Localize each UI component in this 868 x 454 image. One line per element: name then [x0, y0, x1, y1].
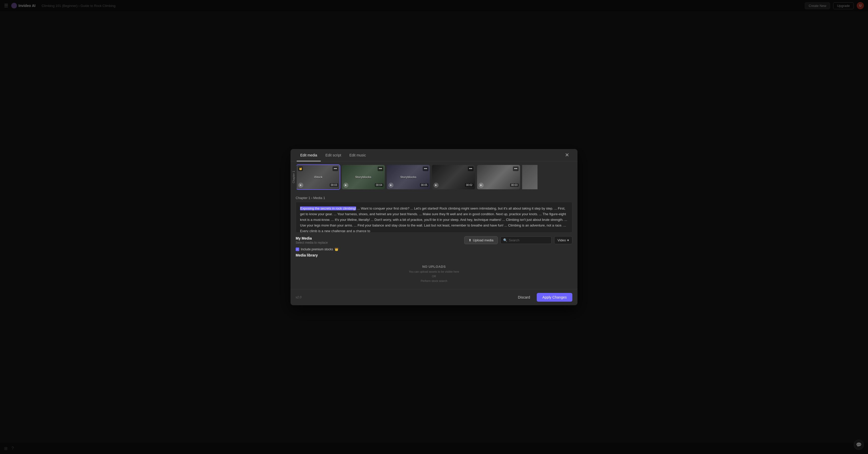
media-section-header: My Media Select media to replace ⬆ Uploa… [296, 236, 572, 245]
thumb-overlay-top-4: ••• [433, 167, 473, 171]
modal: Edit media Edit script Edit music ✕ Chap… [290, 149, 578, 305]
tab-edit-media[interactable]: Edit media [297, 149, 321, 161]
media-section: My Media Select media to replace ⬆ Uploa… [290, 233, 578, 246]
more-icon-5[interactable]: ••• [513, 167, 519, 171]
breadcrumb-text: Chapter 1 › Media 1 [296, 196, 325, 200]
thumbnail-partial [522, 165, 537, 189]
media-subtitle: Select media to replace [296, 241, 328, 245]
media-title: My Media [296, 236, 328, 240]
thumb-duration-3: 00:05 [420, 183, 428, 187]
no-uploads-area: NO UPLOADS You can upload assets to be v… [290, 258, 578, 289]
thumb-duration-5: 00:03 [510, 183, 519, 187]
modal-footer: v2.0 Discard Apply Changes [290, 289, 578, 305]
thumb-overlay-top-5: ••• [478, 167, 519, 171]
thumb-overlay-top-1: 👑 ••• [298, 167, 338, 171]
thumb-overlay-bottom-3: ▶ 00:05 [389, 182, 428, 188]
modal-tabs: Edit media Edit script Edit music ✕ [290, 149, 578, 161]
chevron-down-icon: ▾ [567, 238, 569, 242]
premium-row: ✓ Include premium stocks 👑 [290, 246, 578, 251]
thumbnail-5[interactable]: ••• ▶ 00:03 [477, 165, 520, 189]
thumb-overlay-top-3: ••• [389, 167, 428, 171]
play-icon-5[interactable]: ▶ [478, 182, 484, 188]
tab-edit-script[interactable]: Edit script [322, 149, 345, 161]
footer-actions: Discard Apply Changes [514, 293, 572, 302]
no-uploads-line3: Perform stock search [421, 279, 447, 282]
play-icon-2[interactable]: ▶ [343, 182, 348, 188]
library-title: Media library [296, 253, 572, 257]
version-label: v2.0 [296, 295, 302, 299]
no-uploads-line1: You can upload assets to be visible here [409, 270, 459, 273]
media-controls: ⬆ Upload media 🔍 Video ▾ [464, 236, 572, 244]
video-type-button[interactable]: Video ▾ [554, 236, 572, 244]
script-highlight: Exposing the secrets in rock climbing! [300, 206, 356, 210]
close-icon[interactable]: ✕ [563, 150, 571, 160]
script-area: Exposing the secrets in rock climbing! .… [296, 202, 572, 233]
thumb-duration-1: 00:03 [330, 183, 338, 187]
upload-icon: ⬆ [469, 238, 471, 242]
media-left: My Media Select media to replace [296, 236, 328, 245]
thumbnails-scroll: iStock 👑 ••• ▶ 00:03 Storyblocks [297, 164, 574, 190]
crown-icon-1: 👑 [298, 167, 303, 171]
tab-edit-music[interactable]: Edit music [346, 149, 370, 161]
thumb-overlay-bottom-4: ▶ 00:02 [433, 182, 473, 188]
more-icon-1[interactable]: ••• [333, 167, 338, 171]
search-icon: 🔍 [503, 238, 507, 242]
chapter-strip: Chapter 1 iStock 👑 ••• ▶ 00:03 [290, 161, 578, 193]
thumbnail-3[interactable]: Storyblocks ••• ▶ 00:05 [387, 165, 430, 189]
more-icon-3[interactable]: ••• [423, 167, 428, 171]
search-container: 🔍 [500, 236, 552, 244]
upload-media-button[interactable]: ⬆ Upload media [464, 236, 498, 244]
thumb-overlay-bottom-1: ▶ 00:03 [298, 182, 338, 188]
no-uploads-title: NO UPLOADS [422, 265, 446, 268]
thumbnail-2[interactable]: Storyblocks ••• ▶ 00:04 [342, 165, 385, 189]
apply-changes-button[interactable]: Apply Changes [537, 293, 572, 302]
thumbnail-4[interactable]: ••• ▶ 00:02 [432, 165, 475, 189]
thumb-duration-2: 00:04 [375, 183, 383, 187]
more-icon-4[interactable]: ••• [468, 167, 473, 171]
discard-button[interactable]: Discard [514, 293, 534, 302]
thumb-overlay-top-2: ••• [343, 167, 383, 171]
premium-label: Include premium stocks [301, 248, 333, 251]
play-icon-3[interactable]: ▶ [389, 182, 394, 188]
chapter-label: Chapter 1 [290, 171, 297, 183]
video-type-label: Video [557, 238, 566, 242]
overlay-backdrop: Edit media Edit script Edit music ✕ Chap… [0, 0, 868, 454]
thumb-overlay-bottom-5: ▶ 00:03 [478, 182, 519, 188]
search-input[interactable] [509, 238, 549, 242]
library-section: Media library [290, 251, 578, 258]
thumb-duration-4: 00:02 [465, 183, 473, 187]
modal-breadcrumb: Chapter 1 › Media 1 [290, 193, 578, 202]
upload-label: Upload media [473, 238, 493, 242]
thumbnail-1[interactable]: iStock 👑 ••• ▶ 00:03 [297, 165, 340, 189]
play-icon-1[interactable]: ▶ [298, 182, 303, 188]
more-icon-2[interactable]: ••• [378, 167, 383, 171]
premium-crown-icon: 👑 [335, 248, 338, 251]
no-uploads-line2: OR [432, 275, 436, 278]
thumb-overlay-bottom-2: ▶ 00:04 [343, 182, 383, 188]
play-icon-4[interactable]: ▶ [433, 182, 439, 188]
premium-checkbox[interactable]: ✓ [296, 248, 299, 251]
